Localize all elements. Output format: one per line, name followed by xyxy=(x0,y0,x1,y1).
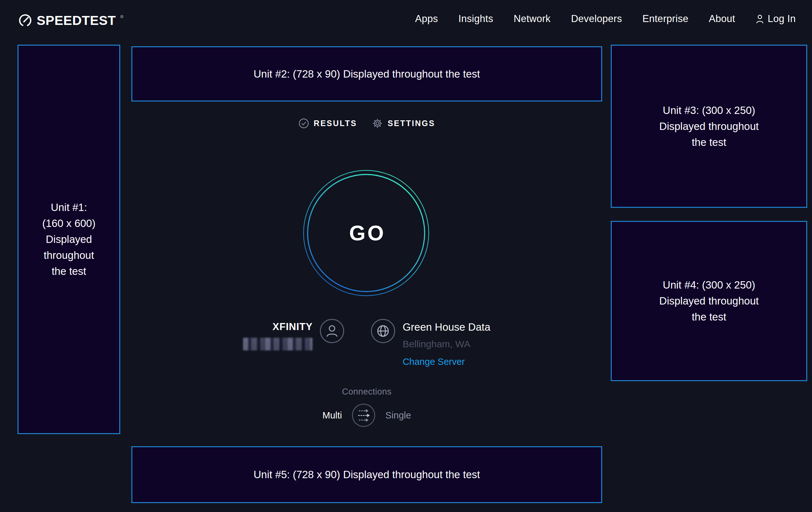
nav-item-enterprise[interactable]: Enterprise xyxy=(642,13,688,25)
ad-unit-5[interactable]: Unit #5: (728 x 90) Displayed throughout… xyxy=(132,446,602,503)
ad-unit-3-line: Unit #3: (300 x 250) xyxy=(663,103,755,118)
connections-label: Connections xyxy=(132,387,602,397)
nav-item-about[interactable]: About xyxy=(709,13,735,25)
ad-unit-1-line: the test xyxy=(52,263,86,279)
change-server-link[interactable]: Change Server xyxy=(403,356,465,367)
redacted-ip xyxy=(243,338,313,350)
ad-unit-1[interactable]: Unit #1: (160 x 600) Displayed throughou… xyxy=(18,45,120,434)
globe-icon xyxy=(371,319,396,344)
ad-unit-4[interactable]: Unit #4: (300 x 250) Displayed throughou… xyxy=(611,221,807,381)
connections-section: Connections Multi xyxy=(132,387,602,427)
ad-unit-1-line: throughout xyxy=(44,247,94,263)
ad-unit-4-line: the test xyxy=(692,309,726,325)
brand-name: SPEEDTEST xyxy=(37,14,116,27)
multi-connection-toggle-icon[interactable] xyxy=(351,403,376,427)
go-button[interactable]: GO xyxy=(303,170,429,296)
ad-unit-1-line: Unit #1: xyxy=(51,199,87,215)
isp-block: XFINITY xyxy=(243,319,344,350)
check-circle-icon xyxy=(298,118,309,129)
login-button[interactable]: Log In xyxy=(756,13,796,25)
ad-unit-2[interactable]: Unit #2: (728 x 90) Displayed throughout… xyxy=(132,46,602,102)
isp-name: XFINITY xyxy=(243,321,313,332)
server-location: Bellingham, WA xyxy=(403,339,490,350)
login-label: Log In xyxy=(768,13,796,25)
server-block: Green House Data Bellingham, WA Change S… xyxy=(371,319,490,367)
ad-unit-5-text: Unit #5: (728 x 90) Displayed throughout… xyxy=(254,467,480,483)
server-name: Green House Data xyxy=(403,321,490,333)
ad-unit-3[interactable]: Unit #3: (300 x 250) Displayed throughou… xyxy=(611,45,807,208)
trademark-mark: ® xyxy=(120,15,123,19)
tab-settings[interactable]: SETTINGS xyxy=(372,118,435,129)
main-nav: Apps Insights Network Developers Enterpr… xyxy=(415,0,796,38)
go-label: GO xyxy=(303,170,429,296)
tab-results[interactable]: RESULTS xyxy=(298,118,357,129)
ad-unit-4-line: Displayed throughout xyxy=(659,293,759,309)
nav-item-developers[interactable]: Developers xyxy=(571,13,622,25)
nav-item-apps[interactable]: Apps xyxy=(415,13,438,25)
gear-icon xyxy=(372,118,383,129)
connections-single-option[interactable]: Single xyxy=(385,410,411,421)
user-icon xyxy=(756,14,764,24)
ad-unit-4-line: Unit #4: (300 x 250) xyxy=(663,277,755,293)
connection-info-row: XFINITY Green Hous xyxy=(132,319,602,367)
ad-unit-1-line: (160 x 600) xyxy=(42,215,96,232)
tab-results-label: RESULTS xyxy=(314,119,357,128)
nav-item-insights[interactable]: Insights xyxy=(458,13,493,25)
view-tabs: RESULTS SETTINGS xyxy=(132,118,602,129)
ad-unit-1-line: Displayed xyxy=(46,232,92,247)
ad-unit-2-text: Unit #2: (728 x 90) Displayed throughout… xyxy=(254,66,480,82)
speedtest-logo[interactable]: SPEEDTEST ® xyxy=(18,13,123,28)
isp-user-circle-icon xyxy=(320,319,344,344)
connections-multi-option[interactable]: Multi xyxy=(322,410,342,421)
ad-unit-3-line: Displayed throughout xyxy=(659,118,759,134)
nav-item-network[interactable]: Network xyxy=(514,13,551,25)
speedtest-page: SPEEDTEST ® Apps Insights Network Develo… xyxy=(0,0,812,512)
gauge-icon xyxy=(18,13,33,28)
tab-settings-label: SETTINGS xyxy=(387,119,435,128)
ad-unit-3-line: the test xyxy=(692,134,726,150)
